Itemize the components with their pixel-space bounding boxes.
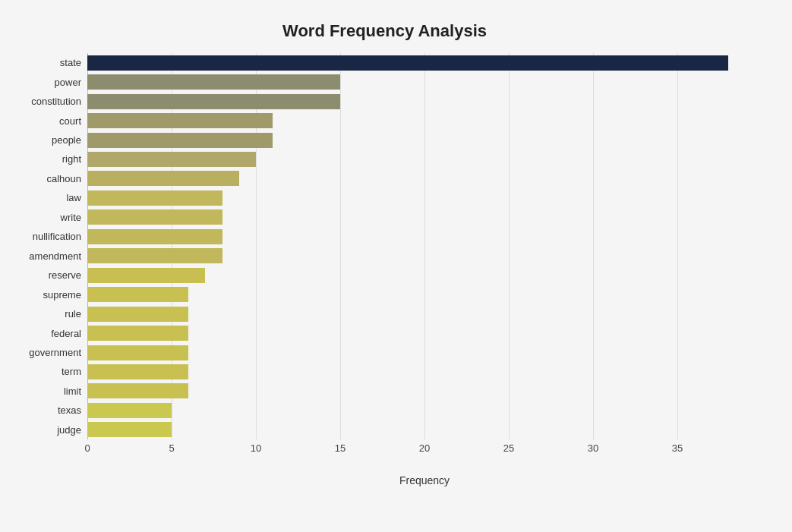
y-label-state: state <box>60 53 81 72</box>
bar-people <box>87 133 273 148</box>
bar-row <box>87 266 762 285</box>
bar-amendment <box>87 248 222 263</box>
bar-row <box>87 188 762 207</box>
bar-row <box>87 401 762 420</box>
x-tick: 0 <box>84 442 90 454</box>
bar-reserve <box>87 268 205 283</box>
bar-texas <box>87 403 172 418</box>
x-tick: 15 <box>335 442 346 454</box>
bars-section <box>87 53 762 439</box>
bar-row <box>87 169 762 188</box>
bar-row <box>87 150 762 168</box>
y-label-federal: federal <box>51 323 81 342</box>
bar-row <box>87 285 762 304</box>
y-label-rule: rule <box>65 304 81 323</box>
bar-state <box>87 55 728 71</box>
y-label-right: right <box>62 150 81 168</box>
bar-row <box>87 111 762 130</box>
bar-row <box>87 53 762 72</box>
x-tick: 10 <box>251 442 261 454</box>
y-label-term: term <box>62 362 81 381</box>
y-label-law: law <box>66 188 81 207</box>
bar-row <box>87 247 762 266</box>
x-tick: 35 <box>672 442 683 454</box>
bar-row <box>87 72 762 91</box>
x-tick: 5 <box>169 442 174 454</box>
bar-limit <box>87 383 188 398</box>
bar-write <box>87 209 222 225</box>
y-label-constitution: constitution <box>31 92 81 111</box>
bar-judge <box>87 422 172 437</box>
bar-row <box>87 304 762 323</box>
bar-law <box>87 190 222 206</box>
chart-container: Word Frequency Analysis statepowerconsti… <box>0 0 792 532</box>
chart-title: Word Frequency Analysis <box>8 15 762 41</box>
y-label-texas: texas <box>58 401 81 420</box>
bar-row <box>87 131 762 150</box>
y-label-write: write <box>61 208 81 227</box>
y-label-reserve: reserve <box>49 266 81 285</box>
y-label-nullification: nullification <box>33 227 81 246</box>
y-label-calhoun: calhoun <box>46 169 81 188</box>
y-axis: statepowerconstitutioncourtpeoplerightca… <box>8 53 87 439</box>
bar-supreme <box>87 287 188 302</box>
bar-court <box>87 113 273 128</box>
bar-row <box>87 208 762 227</box>
bar-row <box>87 323 762 342</box>
y-label-court: court <box>59 111 81 130</box>
y-label-judge: judge <box>57 420 81 439</box>
x-tick: 20 <box>419 442 430 454</box>
y-label-amendment: amendment <box>29 247 81 266</box>
bar-right <box>87 152 256 167</box>
y-label-people: people <box>52 131 81 150</box>
bar-row <box>87 343 762 362</box>
bar-federal <box>87 326 188 341</box>
bar-calhoun <box>87 171 239 186</box>
x-axis-label: Frequency <box>87 474 762 486</box>
bar-row <box>87 92 762 111</box>
bar-nullification <box>87 229 222 244</box>
bar-rule <box>87 307 188 322</box>
x-tick: 25 <box>503 442 514 454</box>
bar-power <box>87 74 340 90</box>
bar-row <box>87 382 762 401</box>
y-label-supreme: supreme <box>43 285 81 304</box>
y-label-power: power <box>55 72 81 91</box>
bar-government <box>87 345 188 360</box>
bar-constitution <box>87 94 340 109</box>
bar-row <box>87 227 762 246</box>
bar-row <box>87 420 762 439</box>
bar-row <box>87 362 762 381</box>
x-tick: 30 <box>588 442 598 454</box>
y-label-limit: limit <box>64 382 81 401</box>
bar-term <box>87 364 188 379</box>
y-label-government: government <box>29 343 81 362</box>
